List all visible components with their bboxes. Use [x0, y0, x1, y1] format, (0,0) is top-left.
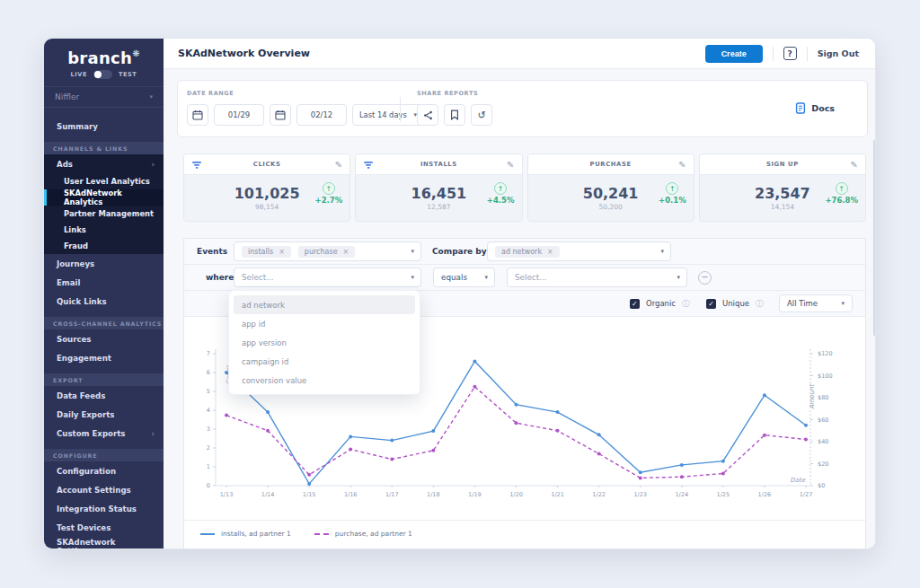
sidebar-item-label: Summary	[57, 122, 98, 131]
sidebar-item-integration-status[interactable]: Integration Status	[44, 499, 164, 518]
metric-card-body: 23,54714,154↑+76.8%	[700, 175, 865, 222]
compare-chips: ad network×	[495, 246, 560, 258]
filter-funnel-icon[interactable]	[363, 156, 374, 173]
sidebar-section-export: EXPORT	[44, 373, 164, 386]
filter-chip-purchase: purchase×	[298, 246, 355, 258]
sidebar-item-partner-management[interactable]: Partner Management	[44, 206, 164, 222]
svg-text:$80: $80	[818, 394, 828, 401]
compare-by-multiselect[interactable]: ad network× ▾	[487, 241, 671, 261]
dropdown-option-app-id[interactable]: app id	[234, 314, 415, 333]
sidebar-item-label: Links	[64, 225, 86, 234]
scrollbar[interactable]	[873, 140, 876, 336]
legend-swatch	[314, 533, 329, 535]
date-range-controls: Last 14 days ▾	[187, 104, 424, 126]
sidebar-item-journeys[interactable]: Journeys	[44, 254, 164, 273]
metric-change-percent: +0.1%	[659, 196, 686, 205]
test-label: TEST	[119, 71, 137, 78]
dropdown-option-app-version[interactable]: app version	[234, 333, 415, 352]
operator-select[interactable]: equals ▾	[433, 268, 495, 287]
sidebar-item-summary[interactable]: Summary	[44, 117, 164, 136]
sidebar-item-configuration[interactable]: Configuration	[44, 461, 164, 480]
organic-checkbox[interactable]: ✓	[630, 299, 640, 309]
end-date-input[interactable]	[296, 104, 347, 126]
edit-pencil-icon[interactable]: ✎	[507, 160, 514, 170]
sidebar-item-fraud[interactable]: Fraud	[44, 238, 164, 254]
metric-card-header: SIGN UP✎	[700, 154, 865, 175]
edit-pencil-icon[interactable]: ✎	[851, 160, 858, 170]
app-window: branch❋ LIVE TEST Niffler ▾ SummaryCHANN…	[43, 38, 876, 549]
dropdown-option-campaign-id[interactable]: campaign id	[234, 352, 415, 371]
live-test-toggle[interactable]	[93, 70, 112, 79]
share-icon[interactable]	[417, 104, 438, 126]
compare-by-label: Compare by	[432, 247, 487, 256]
sidebar-item-label: Test Devices	[57, 523, 111, 532]
sidebar-item-ads[interactable]: Ads›	[44, 154, 164, 173]
edit-pencil-icon[interactable]: ✎	[335, 160, 342, 170]
metric-change-percent: +4.5%	[487, 196, 515, 205]
docs-link[interactable]: Docs	[795, 102, 835, 114]
filter-funnel-icon[interactable]	[191, 156, 202, 173]
where-value-select[interactable]: Select... ▾	[507, 268, 687, 287]
sidebar-item-data-feeds[interactable]: Data Feeds	[44, 386, 164, 405]
metric-change: ↑+2.7%	[315, 182, 343, 205]
unique-checkbox[interactable]: ✓	[706, 299, 716, 309]
sidebar-item-skadnetwork-settings[interactable]: SKAdnetwork Settings	[44, 537, 164, 549]
sidebar-item-user-level-analytics[interactable]: User Level Analytics	[44, 173, 164, 189]
sidebar-item-engagement[interactable]: Engagement	[44, 348, 164, 367]
sidebar-item-quick-links[interactable]: Quick Links	[44, 292, 164, 311]
time-range-select[interactable]: All Time ▾	[779, 294, 853, 312]
sign-out-button[interactable]: Sign Out	[818, 48, 859, 58]
events-multiselect[interactable]: installs×purchase× ▾	[234, 241, 421, 261]
metric-previous-value: 12,587	[427, 203, 450, 211]
svg-text:$40: $40	[818, 438, 828, 445]
sidebar-item-test-devices[interactable]: Test Devices	[44, 518, 164, 537]
metric-change-percent: +2.7%	[315, 196, 343, 205]
sidebar-item-account-settings[interactable]: Account Settings	[44, 480, 164, 499]
organic-label: Organic	[646, 299, 676, 308]
filter-chip-installs: installs×	[242, 246, 291, 258]
chevron-down-icon: ▾	[411, 274, 414, 281]
dropdown-option-conversion-value[interactable]: conversion value	[234, 371, 415, 390]
bookmark-icon[interactable]	[444, 104, 465, 126]
sidebar-item-custom-exports[interactable]: Custom Exports›	[44, 424, 164, 443]
svg-text:1/14: 1/14	[261, 491, 275, 498]
chip-remove-icon[interactable]: ×	[279, 248, 285, 256]
dropdown-option-ad-network[interactable]: ad network	[234, 295, 415, 314]
sidebar-item-skadnetwork-analytics[interactable]: SKAdNetwork Analytics	[44, 189, 164, 206]
calendar-icon[interactable]	[270, 104, 291, 126]
svg-text:0: 0	[207, 482, 210, 489]
sidebar-item-sources[interactable]: Sources	[44, 329, 164, 348]
unique-label: Unique	[722, 299, 749, 308]
toggle-knob	[94, 71, 102, 78]
metric-label: INSTALLS	[356, 161, 521, 168]
branch-tree-icon: ❋	[132, 48, 140, 58]
metric-previous-value: 14,154	[771, 203, 794, 211]
sidebar-item-daily-exports[interactable]: Daily Exports	[44, 405, 164, 424]
legend-label: purchase, ad partner 1	[335, 530, 412, 538]
edit-pencil-icon[interactable]: ✎	[678, 160, 686, 170]
date-preset-select[interactable]: Last 14 days ▾	[352, 104, 424, 126]
page-title: SKAdNetwork Overview	[178, 48, 310, 59]
metric-value: 16,451	[411, 186, 467, 202]
where-field-select[interactable]: Select... ▾	[234, 268, 421, 287]
svg-text:1/21: 1/21	[551, 491, 564, 498]
sidebar-item-email[interactable]: Email	[44, 273, 164, 292]
create-button[interactable]: Create	[705, 45, 763, 63]
sidebar-section-configure: CONFIGURE	[44, 449, 164, 461]
svg-text:1/19: 1/19	[468, 491, 482, 498]
legend-item-installs-ad-partner-1[interactable]: installs, ad partner 1	[200, 530, 291, 538]
remove-filter-button[interactable]: −	[698, 271, 712, 285]
chip-remove-icon[interactable]: ×	[343, 248, 349, 256]
history-icon[interactable]: ↺	[471, 104, 492, 126]
start-date-input[interactable]	[214, 104, 264, 126]
svg-text:$100: $100	[818, 373, 833, 380]
legend-item-purchase-ad-partner-1[interactable]: purchase, ad partner 1	[314, 530, 412, 538]
workspace-selector[interactable]: Niffler ▾	[44, 86, 164, 108]
sidebar-item-label: Quick Links	[57, 297, 107, 306]
sidebar-item-links[interactable]: Links	[44, 222, 164, 238]
calendar-icon[interactable]	[187, 104, 208, 126]
chip-remove-icon[interactable]: ×	[547, 248, 553, 256]
topbar: SKAdNetwork Overview Create ? Sign Out	[164, 39, 876, 69]
chevron-down-icon: ▾	[411, 248, 414, 255]
help-button[interactable]: ?	[783, 47, 797, 60]
